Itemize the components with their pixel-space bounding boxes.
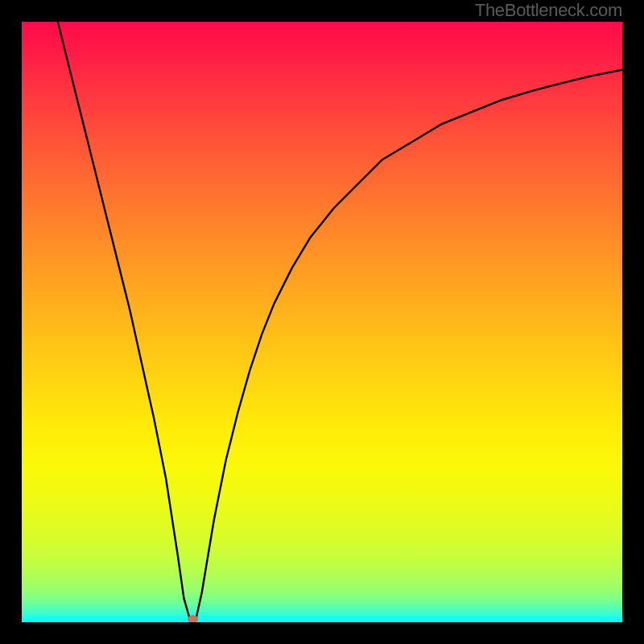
chart-frame: TheBottleneck.com (0, 0, 644, 644)
svg-point-0 (188, 615, 198, 622)
watermark-text: TheBottleneck.com (475, 0, 622, 21)
bottleneck-curve (22, 22, 622, 622)
plot-area (22, 22, 622, 622)
